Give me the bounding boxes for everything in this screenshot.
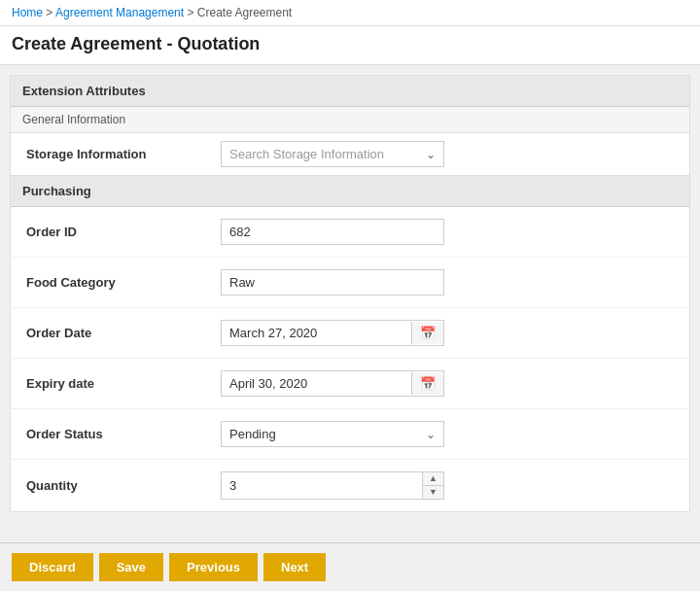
page-title: Create Agreement - Quotation: [0, 26, 700, 65]
order-date-calendar-icon[interactable]: 📅: [411, 322, 443, 344]
order-status-wrapper: Pending Pending Active Closed ⌄: [221, 421, 444, 447]
general-information-header: General Information: [11, 107, 689, 133]
quantity-increment-button[interactable]: ▲: [423, 472, 443, 486]
breadcrumb-home[interactable]: Home: [12, 6, 43, 19]
food-category-input[interactable]: [221, 269, 444, 296]
footer: Discard Save Previous Next: [0, 542, 700, 591]
breadcrumb-agreement-management[interactable]: Agreement Management: [55, 6, 184, 19]
expiry-date-calendar-icon[interactable]: 📅: [411, 372, 443, 395]
quantity-spinner-controls: ▲ ▼: [422, 472, 443, 499]
storage-information-label: Storage Information: [26, 147, 221, 161]
quantity-label: Quantity: [26, 478, 221, 493]
expiry-date-input[interactable]: [222, 371, 411, 396]
food-category-label: Food Category: [26, 275, 221, 290]
order-status-label: Order Status: [26, 427, 221, 441]
food-category-row: Food Category: [11, 258, 689, 308]
breadcrumb: Home > Agreement Management > Create Agr…: [0, 0, 700, 26]
chevron-down-icon: ⌄: [426, 148, 436, 161]
storage-information-row: Storage Information Search Storage Infor…: [11, 133, 689, 176]
order-id-input[interactable]: [221, 219, 444, 245]
expiry-date-label: Expiry date: [26, 376, 221, 391]
quantity-input[interactable]: [222, 472, 422, 499]
previous-button[interactable]: Previous: [169, 553, 258, 581]
expiry-date-row: Expiry date 📅: [11, 359, 689, 409]
quantity-wrapper: ▲ ▼: [221, 471, 444, 500]
order-date-row: Order Date 📅: [11, 308, 689, 359]
storage-dropdown-placeholder: Search Storage Information: [229, 147, 384, 161]
next-button[interactable]: Next: [263, 553, 326, 581]
chevron-down-icon: ⌄: [418, 424, 443, 445]
discard-button[interactable]: Discard: [12, 553, 93, 581]
main-content: Extension Attributes General Information…: [10, 75, 690, 512]
order-date-label: Order Date: [26, 326, 221, 340]
order-id-row: Order ID: [11, 207, 689, 258]
order-id-label: Order ID: [26, 225, 221, 239]
order-date-wrapper: 📅: [221, 320, 444, 346]
save-button[interactable]: Save: [99, 553, 163, 581]
order-status-row: Order Status Pending Pending Active Clos…: [11, 409, 689, 460]
expiry-date-wrapper: 📅: [221, 370, 444, 397]
extension-attributes-header: Extension Attributes: [11, 76, 689, 107]
purchasing-header: Purchasing: [11, 176, 689, 207]
breadcrumb-current: Create Agreement: [197, 6, 292, 19]
purchasing-fields: Order ID Food Category Order Date 📅 Expi…: [11, 207, 689, 511]
storage-information-dropdown[interactable]: Search Storage Information ⌄: [221, 141, 444, 167]
quantity-decrement-button[interactable]: ▼: [423, 486, 443, 499]
order-id-wrapper: [221, 219, 464, 245]
food-category-wrapper: [221, 269, 464, 296]
order-date-input[interactable]: [222, 321, 411, 345]
quantity-row: Quantity ▲ ▼: [11, 460, 689, 511]
